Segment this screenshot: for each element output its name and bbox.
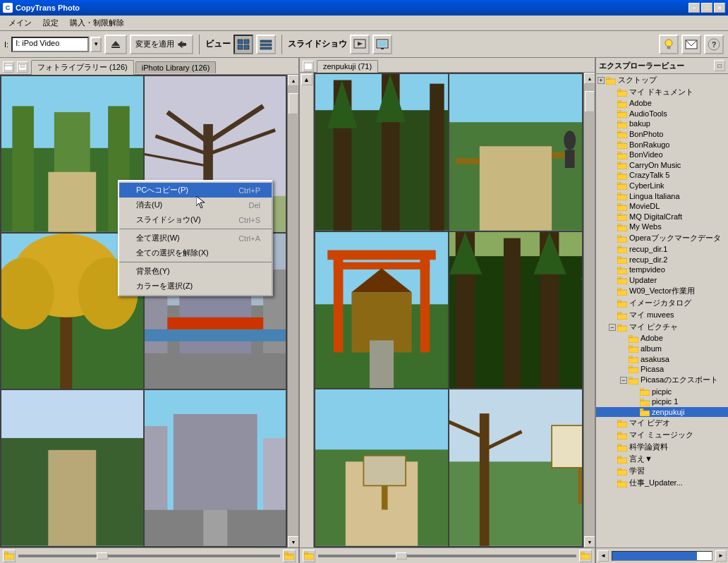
tree-item-13[interactable]: MQ DigitalCraft (596, 212, 728, 222)
middle-photo-2[interactable] (449, 74, 582, 231)
tree-item-32[interactable]: マイ ビデオ (596, 417, 728, 429)
tab-zenpukuji[interactable]: zenpukuji (71) (317, 60, 378, 73)
right-panel-bottom: ◄ ► (596, 547, 728, 563)
tree-item-26[interactable]: asakusa (596, 353, 728, 364)
middle-photo-6[interactable] (449, 389, 582, 546)
middle-slider[interactable] (318, 555, 576, 557)
slideshow-screen-button[interactable] (372, 35, 392, 54)
lightbulb-button[interactable] (659, 35, 679, 54)
middle-folder-icon[interactable] (303, 550, 315, 562)
folder-icon-18 (617, 265, 629, 274)
scroll-down-button[interactable]: ▼ (288, 536, 298, 547)
tree-item-7[interactable]: BonVideo (596, 150, 728, 160)
ctx-bg-color[interactable]: 背景色(Y) (119, 264, 272, 279)
middle-scroll-down-btn[interactable]: ▼ (584, 536, 595, 547)
tree-item-20[interactable]: W09_Vector作業用 (596, 285, 728, 297)
tree-item-36[interactable]: 学習 (596, 465, 728, 477)
tree-item-16[interactable]: recup_dir.1 (596, 244, 728, 255)
menu-purchase[interactable]: 購入・制限解除 (64, 16, 130, 30)
tree-item-23[interactable]: − マイ ピクチャ (596, 321, 728, 333)
close-button[interactable]: × (714, 3, 725, 13)
tree-item-14[interactable]: My Webs (596, 222, 728, 232)
scroll-up-button[interactable]: ▲ (288, 75, 298, 86)
svg-rect-6 (238, 45, 243, 49)
menu-main[interactable]: メイン (3, 16, 37, 30)
middle-folder-open-icon[interactable] (579, 550, 592, 562)
photo-cell-6[interactable] (145, 390, 286, 546)
ctx-slideshow[interactable]: スライドショウ(V) Ctrl+S (119, 212, 272, 227)
tree-item-11[interactable]: Lingua Italiana (596, 190, 728, 201)
tree-item-21[interactable]: イメージカタログ (596, 297, 728, 309)
tree-item-29[interactable]: picpic (596, 386, 728, 396)
explorer-expand-button[interactable]: □ (714, 60, 725, 71)
tree-item-10[interactable]: CyberLink (596, 181, 728, 191)
middle-scroll-track[interactable] (584, 84, 595, 536)
tree-item-0[interactable]: + スクトップ (596, 74, 728, 86)
ctx-copy-to-pc[interactable]: PCへコピー(P) Ctrl+P (119, 183, 272, 198)
device-select-box[interactable]: I: iPod Video (11, 37, 89, 52)
help-button[interactable]: ? (704, 35, 724, 54)
tree-item-5[interactable]: BonPhoto (596, 129, 728, 140)
middle-photo-1[interactable] (315, 74, 448, 231)
tree-item-34[interactable]: 科学論資料 (596, 441, 728, 453)
left-panel-tabs: フォトライブラリー (126) iPhoto Library (126) (0, 58, 298, 75)
tree-item-35[interactable]: 言え▼ (596, 453, 728, 465)
middle-photo-5[interactable] (315, 389, 448, 546)
photo-cell-5[interactable] (1, 390, 143, 546)
middle-photo-3[interactable] (315, 232, 448, 389)
tree-item-6[interactable]: BonRakugo (596, 139, 728, 150)
maximize-button[interactable]: □ (701, 3, 712, 13)
thumbnail-view-button[interactable] (233, 35, 253, 54)
eject-button[interactable] (104, 35, 127, 54)
tree-item-25[interactable]: album (596, 344, 728, 354)
tab-photo-library[interactable]: フォトライブラリー (126) (31, 60, 134, 75)
ctx-color-select[interactable]: カラーを選択(Z) (119, 279, 272, 293)
tab-icon-2[interactable] (17, 61, 28, 73)
menu-settings[interactable]: 設定 (37, 16, 64, 30)
tree-item-24[interactable]: Adobe (596, 333, 728, 344)
tree-item-19[interactable]: Updater (596, 275, 728, 286)
tab-icon-1[interactable] (3, 61, 14, 73)
middle-photo-4[interactable] (449, 232, 582, 389)
device-dropdown-arrow[interactable]: ▼ (90, 37, 102, 52)
email-button[interactable] (681, 35, 701, 54)
tree-item-22[interactable]: マイ muvees (596, 309, 728, 321)
tree-item-31[interactable]: zenpukuji (596, 407, 728, 418)
tree-item-15[interactable]: Operaブックマークデータ (596, 232, 728, 244)
nav-left-btn[interactable]: ◄ (597, 550, 609, 562)
tree-item-12[interactable]: MovieDL (596, 201, 728, 212)
tree-item-2[interactable]: Adobe (596, 98, 728, 109)
middle-scroll-up[interactable]: ▲ (301, 74, 313, 85)
tab-iphoto-library[interactable]: iPhoto Library (126) (135, 61, 217, 73)
ctx-select-all[interactable]: 全て選択(W) Ctrl+A (119, 231, 272, 246)
tree-item-4[interactable]: bakup (596, 119, 728, 129)
minimize-button[interactable]: − (688, 3, 700, 13)
tree-item-37[interactable]: 仕事_Updater... (596, 477, 728, 489)
left-folder-icon[interactable] (3, 550, 16, 562)
apply-changes-button[interactable]: 変更を適用 (130, 35, 193, 54)
svg-rect-199 (640, 399, 643, 401)
list-view-button[interactable] (256, 35, 276, 54)
ctx-deselect-all[interactable]: 全ての選択を解除(X) (119, 246, 272, 260)
tree-item-17[interactable]: recup_dir.2 (596, 254, 728, 265)
left-folder-open-icon[interactable] (283, 550, 296, 562)
nav-right-btn[interactable]: ► (715, 550, 727, 562)
ctx-delete[interactable]: 消去(U) Del (119, 198, 272, 212)
tree-item-9[interactable]: CrazyTalk 5 (596, 170, 728, 181)
scroll-thumb[interactable] (289, 93, 298, 114)
scroll-track[interactable] (288, 86, 298, 536)
middle-scroll-up-btn[interactable]: ▲ (584, 73, 595, 84)
tree-item-28[interactable]: − Picasaのエクスポート (596, 374, 728, 386)
tree-item-3[interactable]: AudioTools (596, 109, 728, 119)
middle-scroll-thumb[interactable] (585, 91, 595, 112)
tree-item-8[interactable]: CarryOn Music (596, 160, 728, 171)
tree-item-label-19: Updater (629, 276, 657, 284)
middle-tab-icon[interactable] (303, 61, 314, 72)
left-slider[interactable] (18, 555, 280, 557)
tree-item-30[interactable]: picpic 1 (596, 396, 728, 407)
tree-item-33[interactable]: マイ ミュージック (596, 429, 728, 441)
tree-item-27[interactable]: Picasa (596, 364, 728, 375)
slideshow-play-button[interactable] (350, 35, 370, 54)
tree-item-1[interactable]: マイ ドキュメント (596, 86, 728, 98)
tree-item-18[interactable]: tempvideo (596, 265, 728, 275)
